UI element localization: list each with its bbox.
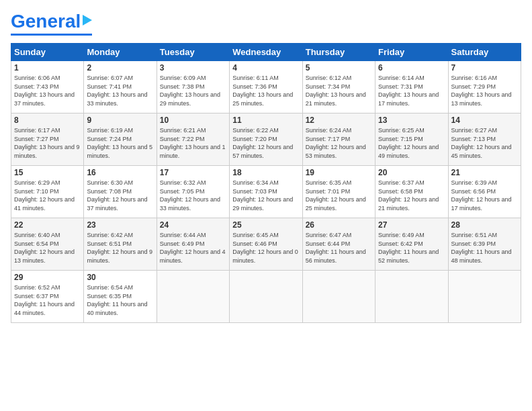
cell-details: Sunrise: 6:21 AMSunset: 7:22 PMDaylight:… [160,126,226,160]
cell-details: Sunrise: 6:45 AMSunset: 6:46 PMDaylight:… [232,231,299,265]
calendar-cell: 3Sunrise: 6:09 AMSunset: 7:38 PMDaylight… [157,61,229,113]
calendar-cell: 11Sunrise: 6:22 AMSunset: 7:20 PMDayligh… [230,113,302,166]
calendar-header-row: Sunday Monday Tuesday Wednesday Thursday… [11,44,521,61]
calendar-week-row: 8Sunrise: 6:17 AMSunset: 7:27 PMDaylight… [11,113,521,166]
calendar-cell: 16Sunrise: 6:30 AMSunset: 7:08 PMDayligh… [84,166,157,218]
calendar-cell: 28Sunrise: 6:51 AMSunset: 6:39 PMDayligh… [448,218,521,271]
cell-details: Sunrise: 6:54 AMSunset: 6:35 PMDaylight:… [87,283,153,317]
calendar-cell [375,271,448,323]
cell-details: Sunrise: 6:35 AMSunset: 7:01 PMDaylight:… [306,179,372,212]
day-number: 25 [232,220,299,230]
cell-details: Sunrise: 6:44 AMSunset: 6:49 PMDaylight:… [160,231,226,265]
cell-details: Sunrise: 6:37 AMSunset: 6:58 PMDaylight:… [378,179,445,212]
calendar-cell: 26Sunrise: 6:47 AMSunset: 6:44 PMDayligh… [302,218,375,271]
page-header: General [11,11,521,36]
cell-details: Sunrise: 6:22 AMSunset: 7:20 PMDaylight:… [232,126,299,160]
calendar-cell: 24Sunrise: 6:44 AMSunset: 6:49 PMDayligh… [157,218,229,271]
day-number: 15 [14,168,81,177]
header-monday: Monday [84,44,157,61]
calendar-week-row: 15Sunrise: 6:29 AMSunset: 7:10 PMDayligh… [11,166,521,218]
header-wednesday: Wednesday [230,44,302,61]
cell-details: Sunrise: 6:24 AMSunset: 7:17 PMDaylight:… [306,126,372,160]
calendar-cell: 15Sunrise: 6:29 AMSunset: 7:10 PMDayligh… [11,166,84,218]
header-tuesday: Tuesday [157,44,229,61]
cell-details: Sunrise: 6:49 AMSunset: 6:42 PMDaylight:… [378,231,445,265]
cell-details: Sunrise: 6:39 AMSunset: 6:56 PMDaylight:… [451,179,518,212]
calendar-cell: 2Sunrise: 6:07 AMSunset: 7:41 PMDaylight… [84,61,157,113]
calendar-cell: 27Sunrise: 6:49 AMSunset: 6:42 PMDayligh… [375,218,448,271]
calendar-cell: 14Sunrise: 6:27 AMSunset: 7:13 PMDayligh… [448,113,521,166]
calendar-week-row: 1Sunrise: 6:06 AMSunset: 7:43 PMDaylight… [11,61,521,113]
day-number: 6 [378,63,445,73]
calendar-cell: 22Sunrise: 6:40 AMSunset: 6:54 PMDayligh… [11,218,84,271]
calendar-cell [448,271,521,323]
header-friday: Friday [375,44,448,61]
cell-details: Sunrise: 6:11 AMSunset: 7:36 PMDaylight:… [232,74,299,107]
day-number: 24 [160,220,226,230]
cell-details: Sunrise: 6:29 AMSunset: 7:10 PMDaylight:… [14,179,81,212]
day-number: 10 [160,116,226,125]
day-number: 4 [232,63,299,73]
calendar-cell: 18Sunrise: 6:34 AMSunset: 7:03 PMDayligh… [230,166,302,218]
day-number: 21 [451,168,518,177]
day-number: 27 [378,220,445,230]
day-number: 18 [232,168,299,177]
calendar-cell [230,271,302,323]
day-number: 16 [87,168,153,177]
day-number: 30 [87,273,153,282]
logo-arrow-icon [83,15,92,26]
logo-text: General [11,11,81,32]
calendar-cell: 19Sunrise: 6:35 AMSunset: 7:01 PMDayligh… [302,166,375,218]
calendar-cell: 17Sunrise: 6:32 AMSunset: 7:05 PMDayligh… [157,166,229,218]
calendar-cell: 6Sunrise: 6:14 AMSunset: 7:31 PMDaylight… [375,61,448,113]
calendar-cell [157,271,229,323]
header-thursday: Thursday [302,44,375,61]
day-number: 11 [232,116,299,125]
calendar-cell: 5Sunrise: 6:12 AMSunset: 7:34 PMDaylight… [302,61,375,113]
day-number: 3 [160,63,226,73]
cell-details: Sunrise: 6:14 AMSunset: 7:31 PMDaylight:… [378,74,445,107]
logo: General [11,11,92,36]
calendar-cell: 4Sunrise: 6:11 AMSunset: 7:36 PMDaylight… [230,61,302,113]
cell-details: Sunrise: 6:51 AMSunset: 6:39 PMDaylight:… [451,231,518,265]
header-saturday: Saturday [448,44,521,61]
day-number: 8 [14,116,81,125]
calendar-cell [302,271,375,323]
cell-details: Sunrise: 6:52 AMSunset: 6:37 PMDaylight:… [14,283,81,317]
day-number: 17 [160,168,226,177]
calendar-cell: 8Sunrise: 6:17 AMSunset: 7:27 PMDaylight… [11,113,84,166]
day-number: 26 [306,220,372,230]
day-number: 22 [14,220,81,230]
calendar-cell: 1Sunrise: 6:06 AMSunset: 7:43 PMDaylight… [11,61,84,113]
cell-details: Sunrise: 6:34 AMSunset: 7:03 PMDaylight:… [232,179,299,212]
cell-details: Sunrise: 6:30 AMSunset: 7:08 PMDaylight:… [87,179,153,212]
header-sunday: Sunday [11,44,84,61]
day-number: 19 [306,168,372,177]
day-number: 20 [378,168,445,177]
logo-divider [11,34,92,36]
cell-details: Sunrise: 6:07 AMSunset: 7:41 PMDaylight:… [87,74,153,107]
cell-details: Sunrise: 6:19 AMSunset: 7:24 PMDaylight:… [87,126,153,160]
day-number: 28 [451,220,518,230]
calendar-table: Sunday Monday Tuesday Wednesday Thursday… [11,43,521,323]
calendar-cell: 30Sunrise: 6:54 AMSunset: 6:35 PMDayligh… [84,271,157,323]
cell-details: Sunrise: 6:25 AMSunset: 7:15 PMDaylight:… [378,126,445,160]
cell-details: Sunrise: 6:27 AMSunset: 7:13 PMDaylight:… [451,126,518,160]
calendar-cell: 29Sunrise: 6:52 AMSunset: 6:37 PMDayligh… [11,271,84,323]
cell-details: Sunrise: 6:47 AMSunset: 6:44 PMDaylight:… [306,231,372,265]
calendar-week-row: 22Sunrise: 6:40 AMSunset: 6:54 PMDayligh… [11,218,521,271]
logo-general: General [11,11,81,32]
logo-line: General [11,11,92,32]
calendar-cell: 23Sunrise: 6:42 AMSunset: 6:51 PMDayligh… [84,218,157,271]
calendar-cell: 20Sunrise: 6:37 AMSunset: 6:58 PMDayligh… [375,166,448,218]
calendar-cell: 10Sunrise: 6:21 AMSunset: 7:22 PMDayligh… [157,113,229,166]
calendar-cell: 12Sunrise: 6:24 AMSunset: 7:17 PMDayligh… [302,113,375,166]
day-number: 1 [14,63,81,73]
calendar-cell: 21Sunrise: 6:39 AMSunset: 6:56 PMDayligh… [448,166,521,218]
cell-details: Sunrise: 6:32 AMSunset: 7:05 PMDaylight:… [160,179,226,212]
calendar-cell: 13Sunrise: 6:25 AMSunset: 7:15 PMDayligh… [375,113,448,166]
day-number: 12 [306,116,372,125]
calendar-cell: 9Sunrise: 6:19 AMSunset: 7:24 PMDaylight… [84,113,157,166]
day-number: 13 [378,116,445,125]
day-number: 29 [14,273,81,282]
